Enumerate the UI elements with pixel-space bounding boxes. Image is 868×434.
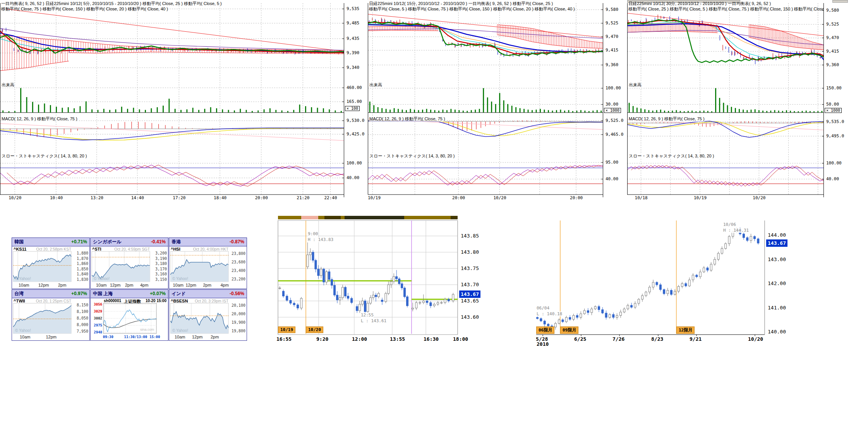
panel-header-line1: 日経225mini 10/12( 30分, 2010/10/12 - 2010/… bbox=[628, 1, 823, 7]
market-widget-sh000001[interactable]: 中国 上海+0.07%sh000001上证指数10-20 15:00305630… bbox=[90, 289, 168, 341]
market-widget-twii[interactable]: 台湾+0.97%^TWIIOct 20, 1:25pm CST8,1508,10… bbox=[12, 289, 90, 341]
top-panel-3[interactable]: 日経225mini 10/12( 30分, 2010/10/12 - 2010/… bbox=[627, 0, 848, 204]
x-axis-label: 10/20 bbox=[748, 336, 763, 342]
y-axis-label: 143.70 bbox=[461, 282, 479, 287]
x-axis-label: 21:20 bbox=[297, 195, 309, 200]
widget-header: 韓国+0.71% bbox=[12, 238, 89, 246]
widget-y-label: 3,200 bbox=[151, 251, 167, 255]
widget-x-label: 10am bbox=[19, 283, 29, 287]
y-axis-label: 9,580 bbox=[606, 7, 618, 12]
widget-y-label: 1,870 bbox=[72, 256, 88, 261]
widget-x-label: 11:30/13:00 bbox=[124, 335, 148, 339]
y-axis-label: 143.75 bbox=[461, 265, 479, 271]
widget-x-label: 09:30 bbox=[103, 335, 113, 339]
market-widget-hsi[interactable]: 香港-0.87%^HSIOct 20, 4:00pm HKT23,80023,6… bbox=[169, 238, 247, 289]
y-axis-label: 9,340 bbox=[347, 65, 359, 70]
x-axis-year-label: 2010 bbox=[537, 341, 549, 347]
y-axis-label: 9,525 bbox=[826, 22, 839, 27]
widget-market-name: シンガポール bbox=[91, 238, 121, 246]
y-axis-label: 40.00 bbox=[347, 175, 359, 180]
widget-y-label: 1,840 bbox=[72, 272, 88, 276]
widget-header: インド-0.56% bbox=[169, 290, 247, 298]
macd-pane-title: MACD( 12, 26, 9 ) 移動平均( Close, 75 ) bbox=[629, 116, 705, 122]
x-axis-label: 10/19 bbox=[694, 195, 707, 200]
widget-y-label: 3,160 bbox=[151, 272, 167, 276]
y-axis-column: 9,5809,5259,4709,4159,360100.0030.009,52… bbox=[603, 0, 626, 204]
x-axis-label: 10/20 bbox=[493, 195, 506, 200]
widget-change-pct: -0.41% bbox=[151, 238, 168, 246]
panel-plot[interactable] bbox=[627, 0, 824, 202]
widget-market-name: 香港 bbox=[169, 238, 181, 246]
widget-x-label: 4pm bbox=[221, 283, 229, 287]
widget-header: 台湾+0.97% bbox=[12, 290, 89, 298]
background-window-fragment bbox=[832, 0, 848, 3]
x-axis-label: 10/18 bbox=[635, 195, 648, 200]
y-axis-label: 144.00 bbox=[768, 232, 786, 238]
widget-header: 中国 上海+0.07% bbox=[91, 290, 168, 298]
widget-y-label: 2975 bbox=[91, 323, 102, 327]
yahoo-watermark: © Yahoo! bbox=[15, 328, 31, 333]
y-axis-label: 143.65 bbox=[461, 298, 479, 304]
market-widget-sti[interactable]: シンガポール-0.41%^STIOct 20, 4:59pm SGT3,2003… bbox=[90, 238, 168, 289]
widget-chart-body: ^TWIIOct 20, 1:25pm CST8,1508,1008,0508,… bbox=[12, 298, 89, 341]
y-axis-label: 9,415 bbox=[826, 49, 839, 54]
widget-y-label: 23,200 bbox=[229, 277, 245, 281]
widget-market-name: 韓国 bbox=[12, 238, 24, 246]
x-axis-label: 10/20 bbox=[753, 195, 765, 200]
top-panel-2[interactable]: 日経225mini 10/12( 15分, 2010/10/12 - 2010/… bbox=[368, 0, 626, 204]
market-widget-ks11[interactable]: 韓国+0.71%^KS11Oct 20, 2:58pm KST1,8801,87… bbox=[12, 238, 90, 289]
x-axis-label: 20:00 bbox=[452, 195, 465, 200]
widget-x-label: 2pm bbox=[58, 283, 66, 287]
y-axis-label: 30.00 bbox=[606, 102, 618, 107]
widget-y-label: 3,150 bbox=[151, 277, 167, 282]
x-axis-label: 20:00 bbox=[255, 195, 268, 200]
current-price-box: 143.67 bbox=[459, 290, 480, 298]
panel-plot[interactable] bbox=[0, 0, 344, 202]
y-axis-label: 143.60 bbox=[461, 314, 479, 320]
x-axis-label: 9/21 bbox=[690, 336, 702, 342]
date-chip: 06限月 bbox=[536, 326, 554, 334]
widget-market-name: 中国 上海 bbox=[91, 290, 113, 298]
y-axis-label: 9,390 bbox=[347, 50, 359, 55]
y-axis-label: 9,495.0 bbox=[826, 133, 844, 138]
date-chip: 09限月 bbox=[560, 326, 578, 334]
widget-chart-body: ^BSESNOct 20, 3:29pm IST20,10020,00019,9… bbox=[169, 298, 247, 341]
date-chip: 10/20 bbox=[306, 326, 323, 333]
x-axis-label: 16:30 bbox=[424, 336, 439, 342]
y-axis-label: 40.00 bbox=[606, 176, 618, 181]
x-axis-label: 10/20 bbox=[9, 195, 21, 200]
widget-x-label: 10am bbox=[175, 335, 185, 339]
y-axis-label: 50.00 bbox=[826, 102, 839, 107]
widget-y-label: 20,100 bbox=[229, 303, 245, 308]
widget-y-label: 23,600 bbox=[229, 260, 245, 264]
widget-header: シンガポール-0.41% bbox=[91, 238, 168, 246]
futures-daily-chart[interactable]: 144.00143.00142.00141.00140.00143.675/28… bbox=[534, 215, 805, 349]
yahoo-watermark: © Yahoo! bbox=[94, 277, 110, 281]
market-widget-bsesn[interactable]: インド-0.56%^BSESNOct 20, 3:29pm IST20,1002… bbox=[169, 289, 247, 341]
x-axis-label: 16:55 bbox=[276, 336, 292, 342]
y-axis-label: 100.00 bbox=[606, 85, 621, 91]
widget-change-pct: +0.97% bbox=[71, 290, 89, 298]
widget-y-label: 3002 bbox=[91, 316, 102, 320]
y-axis-label: 460.00 bbox=[347, 85, 362, 90]
volume-multiplier-box: × 1000 bbox=[604, 108, 621, 113]
macd-pane-title: MACD( 12, 26, 9 ) 移動平均( Close, 75 ) bbox=[2, 116, 77, 122]
widget-x-label: 15:00 bbox=[149, 335, 160, 339]
y-axis-label: 9,535 bbox=[347, 6, 359, 11]
fx-intraday-chart[interactable]: 143.85143.80143.75143.70143.65143.60143.… bbox=[276, 215, 527, 349]
widget-x-label: 12pm bbox=[186, 283, 197, 287]
y-axis-label: 150.00 bbox=[826, 85, 842, 91]
sina-watermark: sina.com bbox=[140, 328, 154, 331]
date-chip: 10/19 bbox=[278, 326, 295, 333]
widget-x-label: 12pm bbox=[46, 335, 57, 339]
top-panel-1[interactable]: 一目均衡表( 9, 26, 52 ) 日経225mini 10/12( 5分, … bbox=[0, 0, 367, 204]
widget-x-label: 10am bbox=[20, 335, 31, 339]
widget-chart-body: ^KS11Oct 20, 2:58pm KST1,8801,8701,8601,… bbox=[12, 246, 89, 289]
date-chip: 12限月 bbox=[676, 326, 695, 334]
widget-x-label: 2pm bbox=[211, 335, 219, 339]
widget-change-pct: +0.07% bbox=[150, 290, 168, 298]
panel-plot[interactable] bbox=[368, 0, 603, 202]
x-axis-label: 20:00 bbox=[570, 195, 583, 200]
chart-annotation: H : 144.31 bbox=[723, 228, 749, 233]
widget-chart-body: ^HSIOct 20, 4:00pm HKT23,80023,60023,400… bbox=[169, 246, 247, 289]
